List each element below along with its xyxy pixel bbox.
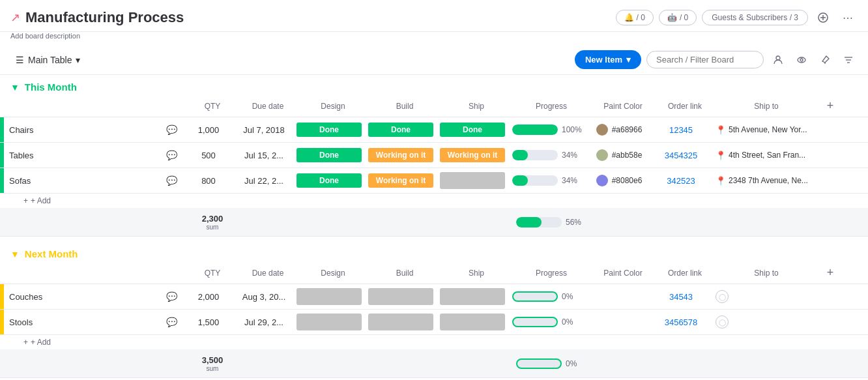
row-duedate: Aug 3, 20... — [235, 292, 293, 302]
sum-row-2: 3,500 sum 0% — [0, 349, 868, 378]
this-month-header[interactable]: ▼ This Month — [0, 75, 868, 99]
add-col-icon-2[interactable]: + — [818, 266, 842, 280]
order-link[interactable]: 3454325 — [665, 151, 698, 160]
header-right: 🔔 / 0 🤖 / 0 Guests & Subscribers / 3 ⋯ — [616, 8, 858, 27]
col-header-progress-2: Progress — [512, 269, 590, 278]
more-options-icon[interactable]: ⋯ — [838, 8, 858, 27]
comment-icon[interactable]: 💬 — [166, 317, 177, 327]
add-item-row-2[interactable]: + + Add — [0, 335, 868, 349]
row-name-cell: Sofas 💬 — [4, 171, 182, 190]
progress-bar — [512, 150, 558, 160]
status-badge-done: Done — [297, 123, 362, 137]
robot-icon: 🤖 — [667, 13, 677, 22]
progress-label: 0% — [562, 317, 583, 327]
row-build[interactable]: Done — [365, 121, 437, 138]
comment-icon[interactable]: 💬 — [166, 124, 177, 135]
order-link[interactable]: 342523 — [667, 176, 695, 186]
table-row: Stools 💬 1,500 Jul 29, 2... 0% 3456578 ◯ — [0, 310, 868, 335]
row-ship-status[interactable] — [437, 312, 508, 332]
comment-icon[interactable]: 💬 — [166, 150, 177, 160]
header: ↗ Manufacturing Process 🔔 / 0 🤖 / 0 Gues… — [0, 0, 868, 32]
sum-qty-1: 2,300 sum — [186, 214, 239, 231]
comment-icon[interactable]: 💬 — [166, 175, 177, 186]
row-progress: 100% — [508, 124, 586, 135]
status-badge-working: Working on it — [368, 173, 433, 188]
row-design[interactable] — [293, 287, 365, 306]
row-duedate: Jul 22, 2... — [235, 176, 293, 186]
sum-progress-1: 56% — [512, 217, 590, 227]
status-badge-done: Done — [297, 173, 362, 188]
col-header-design-2: Design — [297, 269, 369, 278]
col-header-build-1: Build — [369, 102, 441, 111]
comment-icon[interactable]: 💬 — [166, 291, 177, 302]
col-header-order-2: Order link — [656, 269, 714, 278]
order-link[interactable]: 12345 — [669, 125, 693, 135]
pin-icon[interactable] — [816, 51, 834, 69]
row-build[interactable] — [365, 312, 437, 332]
automation-badge[interactable]: 🤖 / 0 — [659, 10, 697, 25]
add-col-icon-1[interactable]: + — [818, 99, 842, 113]
new-item-button[interactable]: New Item ▾ — [575, 50, 641, 69]
row-qty: 800 — [182, 176, 235, 186]
row-order[interactable]: 12345 — [652, 125, 710, 135]
progress-fill — [512, 150, 528, 160]
row-design[interactable]: Done — [293, 172, 365, 189]
status-empty — [368, 314, 433, 330]
row-order[interactable]: 34543 — [652, 292, 710, 302]
paint-dot — [596, 149, 608, 161]
notification-badge[interactable]: 🔔 / 0 — [616, 10, 654, 25]
status-empty — [440, 172, 505, 189]
progress-fill — [512, 175, 528, 186]
sum-progress-bar — [516, 217, 562, 227]
order-link[interactable]: 3456578 — [665, 317, 698, 327]
main-table-button[interactable]: ☰ Main Table ▾ — [10, 52, 85, 68]
row-ship-to: 📍 5th Avenue, New Yor... — [710, 125, 815, 135]
new-item-chevron: ▾ — [626, 55, 631, 65]
this-month-title: This Month — [25, 81, 77, 93]
row-ship-status[interactable] — [437, 287, 508, 306]
row-order[interactable]: 3454325 — [652, 151, 710, 160]
next-month-header[interactable]: ▼ Next Month — [0, 242, 868, 266]
row-paint: #8080e6 — [586, 175, 652, 186]
board-title: Manufacturing Process — [25, 9, 184, 26]
order-link[interactable]: 34543 — [669, 292, 693, 302]
ship-address: 2348 7th Avenue, Ne... — [729, 176, 808, 185]
row-ship-status[interactable] — [437, 171, 508, 190]
row-design[interactable]: Done — [293, 121, 365, 138]
filter-icon[interactable] — [839, 51, 858, 69]
this-month-group: ▼ This Month QTY Due date Design Build S… — [0, 75, 868, 237]
col-header-progress-1: Progress — [512, 102, 590, 111]
eye-icon[interactable] — [792, 51, 811, 69]
col-header-duedate-1: Due date — [239, 102, 297, 111]
row-ship-status[interactable]: Working on it — [437, 147, 508, 164]
row-design[interactable]: Done — [293, 147, 365, 164]
ship-address: 4th Street, San Fran... — [729, 151, 805, 160]
person-icon[interactable] — [769, 51, 787, 69]
status-badge-done: Done — [368, 123, 433, 137]
table-row: Couches 💬 2,000 Aug 3, 20... 0% 34543 ◯ — [0, 284, 868, 310]
row-order[interactable]: 3456578 — [652, 317, 710, 327]
location-icon: 📍 — [716, 176, 726, 186]
row-build[interactable]: Working on it — [365, 147, 437, 164]
row-ship-status[interactable]: Done — [437, 121, 508, 138]
row-build[interactable] — [365, 287, 437, 306]
row-build[interactable]: Working on it — [365, 172, 437, 189]
chevron-down-icon: ▾ — [76, 55, 80, 65]
invite-icon[interactable] — [813, 8, 833, 27]
col-header-ship-1: Ship — [441, 102, 512, 111]
guests-badge[interactable]: Guests & Subscribers / 3 — [702, 10, 808, 25]
paint-dot — [596, 175, 608, 186]
row-name-cell: Chairs 💬 — [4, 121, 182, 139]
status-badge-working: Working on it — [368, 148, 433, 162]
col-header-duedate-2: Due date — [239, 269, 297, 278]
row-order[interactable]: 342523 — [652, 176, 710, 186]
row-design[interactable] — [293, 312, 365, 332]
status-badge-done: Done — [440, 123, 505, 137]
status-empty — [297, 314, 362, 330]
row-progress: 0% — [508, 317, 586, 327]
add-item-row-1[interactable]: + + Add — [0, 194, 868, 208]
svg-point-4 — [798, 57, 805, 63]
paint-hex: #8080e6 — [612, 176, 643, 185]
search-input[interactable] — [646, 51, 764, 68]
sum-progress-label: 0% — [566, 359, 586, 368]
